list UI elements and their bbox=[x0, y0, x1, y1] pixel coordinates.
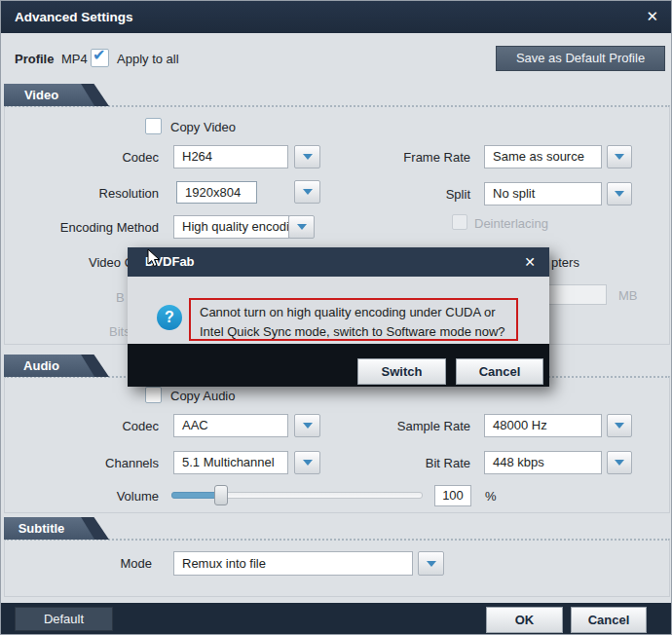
volume-slider-fill bbox=[171, 492, 218, 499]
chevron-down-icon bbox=[303, 460, 313, 466]
audio-codec-select[interactable]: AAC bbox=[173, 414, 288, 437]
frame-rate-dropdown-button[interactable] bbox=[607, 145, 632, 168]
cancel-button[interactable]: Cancel bbox=[571, 607, 647, 633]
subtitle-mode-dropdown-button[interactable] bbox=[418, 551, 444, 576]
volume-label: Volume bbox=[1, 489, 159, 504]
titlebar: Advanced Settings ✕ bbox=[1, 1, 671, 33]
copy-video-label: Copy Video bbox=[170, 120, 236, 134]
encoding-method-label: Encoding Method bbox=[1, 220, 159, 235]
split-label: Split bbox=[322, 187, 470, 202]
mouse-cursor bbox=[147, 248, 161, 271]
volume-unit-label: % bbox=[485, 489, 497, 504]
advanced-settings-dialog: Advanced Settings ✕ Profile MP4 ✔ Apply … bbox=[0, 0, 672, 635]
subtitle-mode-select[interactable]: Remux into file bbox=[173, 551, 413, 576]
dialog-message: Cannot turn on high quality encoding und… bbox=[189, 298, 518, 341]
audio-codec-dropdown-button[interactable] bbox=[294, 414, 320, 437]
video-codec-select[interactable]: H264 bbox=[173, 145, 288, 168]
split-dropdown-button[interactable] bbox=[607, 182, 632, 205]
audio-codec-label: Codec bbox=[1, 419, 159, 433]
encoding-method-select[interactable]: High quality encoding bbox=[173, 215, 289, 239]
chevron-down-icon bbox=[615, 460, 624, 466]
resolution-label: Resolution bbox=[1, 186, 159, 201]
sample-rate-label: Sample Rate bbox=[322, 419, 470, 433]
copy-audio-checkbox[interactable] bbox=[145, 387, 162, 403]
profile-value: MP4 bbox=[61, 52, 88, 66]
sample-rate-select[interactable]: 48000 Hz bbox=[484, 414, 602, 437]
save-as-default-profile-button[interactable]: Save as Default Profile bbox=[496, 46, 665, 71]
copy-audio-label: Copy Audio bbox=[170, 389, 236, 403]
bitrate-label-fragment: B bbox=[116, 290, 125, 305]
bit-rate-dropdown-button[interactable] bbox=[607, 451, 632, 474]
close-icon[interactable]: ✕ bbox=[646, 1, 658, 33]
video-codec-dropdown-button[interactable] bbox=[294, 145, 320, 168]
apply-to-all-label: Apply to all bbox=[117, 52, 179, 66]
window-title: Advanced Settings bbox=[15, 1, 133, 33]
chevron-down-icon bbox=[303, 154, 313, 160]
frame-rate-select[interactable]: Same as source bbox=[484, 145, 602, 168]
dvdfab-confirm-dialog: DVDFab ✕ ? Cannot turn on high quality e… bbox=[128, 247, 549, 387]
resolution-dropdown-button[interactable] bbox=[294, 180, 320, 204]
apply-to-all-checkbox[interactable]: ✔ bbox=[91, 49, 109, 67]
chevron-down-icon bbox=[427, 561, 436, 567]
subtitle-mode-label: Mode bbox=[1, 556, 152, 571]
copy-video-checkbox[interactable] bbox=[145, 118, 162, 134]
sample-rate-dropdown-button[interactable] bbox=[607, 414, 632, 437]
dialog-titlebar: DVDFab ✕ bbox=[128, 247, 549, 277]
dialog-close-icon[interactable]: ✕ bbox=[524, 247, 536, 277]
split-size-unit-label: MB bbox=[618, 288, 638, 303]
resolution-input[interactable]: 1920x804 bbox=[176, 181, 257, 204]
switch-button[interactable]: Switch bbox=[357, 358, 446, 385]
bit-rate-label: Bit Rate bbox=[322, 456, 470, 470]
dialog-cancel-button[interactable]: Cancel bbox=[456, 358, 543, 385]
chevron-down-icon bbox=[303, 189, 313, 195]
frame-rate-label: Frame Rate bbox=[322, 150, 470, 165]
channels-dropdown-button[interactable] bbox=[294, 451, 320, 474]
chevron-down-icon bbox=[615, 154, 624, 160]
channels-select[interactable]: 5.1 Multichannel bbox=[173, 451, 288, 474]
ok-button[interactable]: OK bbox=[486, 607, 563, 633]
chevron-down-icon bbox=[615, 191, 624, 197]
chevron-down-icon bbox=[303, 423, 313, 429]
default-button[interactable]: Default bbox=[15, 607, 113, 631]
profile-label: Profile bbox=[15, 52, 54, 66]
deinterlacing-label: Deinterlacing bbox=[474, 216, 548, 231]
chevron-down-icon bbox=[297, 224, 307, 230]
question-icon: ? bbox=[157, 305, 182, 330]
bit-rate-select[interactable]: 448 kbps bbox=[484, 451, 602, 474]
checkmark-icon: ✔ bbox=[93, 46, 105, 64]
deinterlacing-checkbox bbox=[452, 214, 467, 230]
volume-slider-handle[interactable] bbox=[214, 485, 228, 505]
encoding-method-dropdown-button[interactable] bbox=[288, 215, 315, 239]
channels-label: Channels bbox=[1, 456, 159, 470]
codec-label: Codec bbox=[1, 150, 159, 165]
chevron-down-icon bbox=[615, 423, 624, 429]
split-select[interactable]: No split bbox=[484, 182, 602, 205]
volume-value-input[interactable]: 100 bbox=[434, 485, 471, 506]
adapters-label-fragment: pters bbox=[551, 255, 579, 270]
